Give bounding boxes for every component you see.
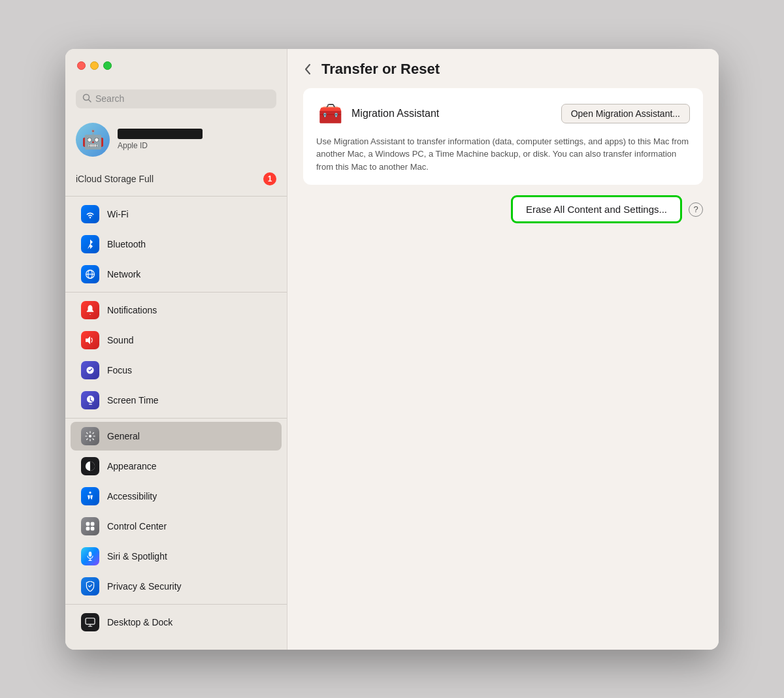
svg-point-9 xyxy=(89,491,91,493)
apple-id-label: Apple ID xyxy=(118,141,203,150)
sidebar-item-label-bluetooth: Bluetooth xyxy=(107,239,146,249)
divider-2 xyxy=(65,292,287,293)
sidebar-item-label-accessibility: Accessibility xyxy=(107,491,157,501)
notifications-icon xyxy=(81,301,99,319)
svg-point-7 xyxy=(89,435,91,437)
divider-4 xyxy=(65,604,287,605)
sidebar-item-label-appearance: Appearance xyxy=(107,461,157,471)
sidebar-item-label-sound: Sound xyxy=(107,335,133,345)
main-header: Transfer or Reset xyxy=(287,49,719,88)
svg-rect-12 xyxy=(91,522,95,526)
siri-icon xyxy=(81,547,99,565)
migration-left: 🧰 Migration Assistant xyxy=(316,100,439,127)
traffic-lights xyxy=(77,61,112,70)
sidebar-item-label-siri: Siri & Spotlight xyxy=(107,551,167,562)
appearance-icon xyxy=(81,457,99,475)
migration-description: Use Migration Assistant to transfer info… xyxy=(316,135,690,174)
apple-id-section[interactable]: 🤖 Apple ID xyxy=(65,118,287,167)
sidebar-item-screentime[interactable]: Screen Time xyxy=(71,386,282,415)
divider-1 xyxy=(65,196,287,197)
sidebar-item-sound[interactable]: Sound xyxy=(71,326,282,355)
search-bar[interactable] xyxy=(76,89,276,108)
wifi-icon xyxy=(81,205,99,223)
migration-assistant-name: Migration Assistant xyxy=(351,108,439,119)
network-icon xyxy=(81,265,99,283)
back-button[interactable] xyxy=(301,62,315,76)
minimize-button[interactable] xyxy=(90,61,99,70)
icloud-storage-row[interactable]: iCloud Storage Full 1 xyxy=(65,167,287,193)
sidebar-item-bluetooth[interactable]: Bluetooth xyxy=(71,230,282,259)
sidebar-item-notifications[interactable]: Notifications xyxy=(71,296,282,325)
migration-assistant-icon: 🧰 xyxy=(316,100,344,127)
controlcenter-icon xyxy=(81,517,99,535)
main-content: Transfer or Reset 🧰 Migration Assistant … xyxy=(287,49,719,650)
sidebar: 🤖 Apple ID iCloud Storage Full 1 Wi-Fi xyxy=(65,49,287,650)
svg-rect-14 xyxy=(91,526,95,530)
migration-card: 🧰 Migration Assistant Open Migration Ass… xyxy=(303,88,703,185)
sidebar-item-label-wifi: Wi-Fi xyxy=(107,209,129,219)
page-title: Transfer or Reset xyxy=(321,61,440,78)
sidebar-item-controlcenter[interactable]: Control Center xyxy=(71,512,282,541)
sidebar-item-wifi[interactable]: Wi-Fi xyxy=(71,200,282,229)
main-body: 🧰 Migration Assistant Open Migration Ass… xyxy=(287,88,719,240)
open-migration-button[interactable]: Open Migration Assistant... xyxy=(561,104,690,123)
apple-id-info: Apple ID xyxy=(118,129,203,150)
sidebar-item-label-notifications: Notifications xyxy=(107,305,157,315)
sidebar-item-label-desktop: Desktop & Dock xyxy=(107,617,172,627)
sidebar-item-focus[interactable]: Focus xyxy=(71,356,282,385)
accessibility-icon xyxy=(81,487,99,505)
sidebar-item-siri[interactable]: Siri & Spotlight xyxy=(71,542,282,571)
icloud-storage-label: iCloud Storage Full xyxy=(76,174,154,184)
sidebar-item-accessibility[interactable]: Accessibility xyxy=(71,482,282,511)
sidebar-item-desktop[interactable]: Desktop & Dock xyxy=(71,608,282,637)
general-icon xyxy=(81,427,99,445)
sidebar-item-label-controlcenter: Control Center xyxy=(107,521,167,531)
sidebar-item-general[interactable]: General xyxy=(71,422,282,451)
svg-rect-11 xyxy=(86,522,90,526)
desktop-icon xyxy=(81,613,99,631)
avatar: 🤖 xyxy=(76,123,110,157)
apple-id-name-redacted xyxy=(118,129,203,139)
migration-top: 🧰 Migration Assistant Open Migration Ass… xyxy=(316,100,690,127)
search-icon xyxy=(82,93,91,104)
svg-point-15 xyxy=(89,551,92,556)
sidebar-item-label-privacy: Privacy & Security xyxy=(107,581,182,592)
sidebar-item-label-general: General xyxy=(107,431,140,441)
bluetooth-icon xyxy=(81,235,99,253)
sidebar-item-appearance[interactable]: Appearance xyxy=(71,452,282,481)
svg-line-1 xyxy=(89,99,91,102)
divider-3 xyxy=(65,418,287,419)
maximize-button[interactable] xyxy=(103,61,112,70)
erase-help-button[interactable]: ? xyxy=(689,202,703,217)
sidebar-item-label-screentime: Screen Time xyxy=(107,395,159,405)
svg-rect-18 xyxy=(86,618,95,624)
svg-rect-13 xyxy=(86,526,90,530)
sidebar-item-network[interactable]: Network xyxy=(71,260,282,289)
erase-section: Erase All Content and Settings... ? xyxy=(303,195,703,223)
sidebar-item-label-focus: Focus xyxy=(107,365,132,375)
search-input[interactable] xyxy=(95,93,270,104)
close-button[interactable] xyxy=(77,61,86,70)
sound-icon xyxy=(81,331,99,349)
erase-all-content-button[interactable]: Erase All Content and Settings... xyxy=(511,195,682,223)
focus-icon xyxy=(81,361,99,379)
svg-marker-5 xyxy=(86,336,90,343)
sidebar-item-privacy[interactable]: Privacy & Security xyxy=(71,572,282,601)
icloud-storage-badge: 1 xyxy=(263,172,276,185)
main-window: 🤖 Apple ID iCloud Storage Full 1 Wi-Fi xyxy=(65,49,719,650)
titlebar xyxy=(65,49,287,83)
screentime-icon xyxy=(81,391,99,409)
sidebar-item-label-network: Network xyxy=(107,269,140,279)
privacy-icon xyxy=(81,577,99,595)
svg-rect-6 xyxy=(89,404,92,404)
